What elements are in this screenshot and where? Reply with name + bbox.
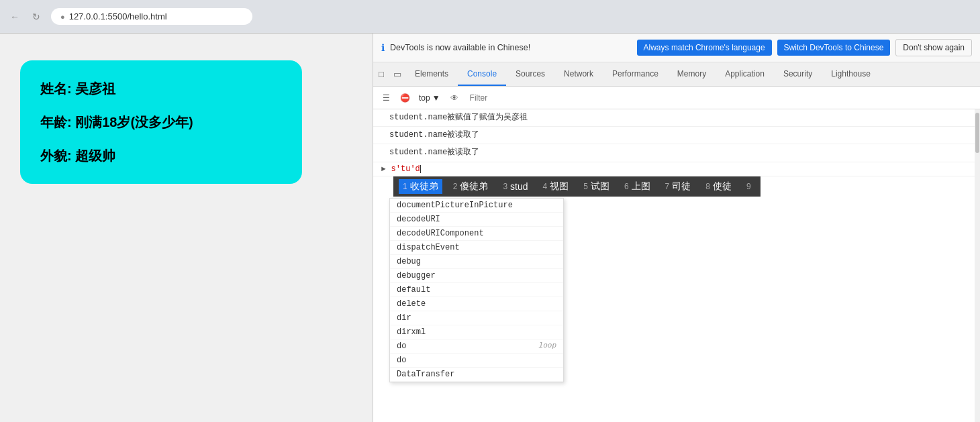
console-line-1: student.name被赋值了赋值为吴彦祖 (373, 109, 980, 127)
console-input-area[interactable]: ► s'tu'd 1 收徒弟 2 傻徒弟 3 s (373, 162, 980, 176)
tab-sources[interactable]: Sources (506, 62, 554, 86)
autocomplete-dropdown: documentPictureInPicture decodeURI decod… (389, 198, 564, 382)
scrollbar-thumb[interactable] (975, 113, 979, 153)
text-cursor (420, 165, 421, 173)
ac-item-default[interactable]: default (390, 283, 563, 297)
ac-item-delete[interactable]: delete (390, 297, 563, 311)
info-icon: ℹ (381, 42, 385, 53)
filter-input[interactable] (466, 92, 975, 104)
ac-item-documentPicture[interactable]: documentPictureInPicture (390, 199, 563, 213)
input-text: s'tu'd (391, 164, 420, 174)
device-toggle-icon[interactable]: ▭ (389, 62, 405, 86)
age-label: 年龄: 刚满18岁(没多少年) (40, 113, 282, 131)
ime-item-4[interactable]: 4 视图 (539, 179, 573, 194)
dont-show-again-button[interactable]: Don't show again (895, 39, 972, 56)
main-content: 姓名: 吴彦祖 年龄: 刚满18岁(没多少年) 外貌: 超级帅 ℹ DevToo… (0, 34, 980, 422)
ac-item-dir[interactable]: dir (390, 311, 563, 325)
ime-item-6[interactable]: 6 上图 (620, 179, 654, 194)
sidebar-toggle-icon[interactable]: ☰ (379, 91, 393, 105)
ac-item-debugger[interactable]: debugger (390, 269, 563, 283)
context-value: top (419, 93, 430, 103)
tab-application[interactable]: Application (716, 62, 774, 86)
switch-devtools-button[interactable]: Switch DevTools to Chinese (777, 40, 891, 56)
console-line-3: student.name被读取了 (373, 144, 980, 162)
url-text: 127.0.0.1:5500/hello.html (69, 11, 167, 21)
input-chevron: ► (381, 165, 386, 173)
ac-item-do-loop[interactable]: do loop (390, 339, 563, 354)
always-match-button[interactable]: Always match Chrome's language (637, 40, 772, 56)
ime-item-5[interactable]: 5 试图 (579, 179, 614, 194)
browser-bar: ← ↻ ● 127.0.0.1:5500/hello.html (0, 0, 980, 34)
address-bar[interactable]: ● 127.0.0.1:5500/hello.html (51, 8, 252, 25)
ac-item-decodeURIComponent[interactable]: decodeURIComponent (390, 227, 563, 241)
ac-item-dirxml[interactable]: dirxml (390, 325, 563, 339)
name-label: 姓名: 吴彦祖 (40, 79, 282, 98)
tab-performance[interactable]: Performance (603, 62, 668, 86)
ime-item-7[interactable]: 7 司徒 (661, 179, 695, 194)
tab-security[interactable]: Security (774, 62, 822, 86)
ime-item-8[interactable]: 8 使徒 (701, 179, 736, 194)
ime-item-3[interactable]: 3 stud (499, 180, 532, 193)
tab-elements[interactable]: Elements (405, 62, 458, 86)
ac-item-decodeURI[interactable]: decodeURI (390, 213, 563, 227)
ac-item-dispatchEvent[interactable]: dispatchEvent (390, 241, 563, 255)
reload-button[interactable]: ↻ (30, 10, 43, 23)
context-selector[interactable]: top ▼ (416, 92, 443, 104)
ime-suggestion-bar: 1 收徒弟 2 傻徒弟 3 stud 4 视图 (393, 176, 761, 197)
devtools-tabs: □ ▭ Elements Console Sources Network Per… (373, 62, 980, 87)
info-card: 姓名: 吴彦祖 年龄: 刚满18岁(没多少年) 外貌: 超级帅 (20, 60, 302, 184)
page-area: 姓名: 吴彦祖 年龄: 刚满18岁(没多少年) 外貌: 超级帅 (0, 34, 373, 422)
clear-console-icon[interactable]: ⛔ (397, 91, 412, 105)
tab-memory[interactable]: Memory (668, 62, 716, 86)
tab-lighthouse[interactable]: Lighthouse (822, 62, 880, 86)
console-toolbar: ☰ ⛔ top ▼ 👁 (373, 87, 980, 109)
scrollbar-track[interactable] (975, 109, 980, 422)
inspect-mode-icon[interactable]: □ (373, 62, 389, 86)
notification-bar: ℹ DevTools is now available in Chinese! … (373, 34, 980, 62)
looks-label: 外貌: 超级帅 (40, 146, 282, 165)
console-output: student.name被赋值了赋值为吴彦祖 student.name被读取了 … (373, 109, 980, 422)
notification-text: DevTools is now available in Chinese! (390, 43, 632, 52)
eye-icon[interactable]: 👁 (447, 91, 462, 105)
back-button[interactable]: ← (8, 10, 21, 23)
ime-item-9[interactable]: 9 (742, 180, 755, 193)
input-line[interactable]: ► s'tu'd (373, 162, 980, 176)
console-line-2: student.name被读取了 (373, 127, 980, 144)
ac-item-do[interactable]: do (390, 354, 563, 368)
lock-icon: ● (60, 13, 65, 21)
dropdown-arrow-icon: ▼ (432, 93, 440, 103)
ime-item-1[interactable]: 1 收徒弟 (399, 179, 442, 194)
devtools-panel: ℹ DevTools is now available in Chinese! … (373, 34, 980, 422)
ac-item-DataTransfer[interactable]: DataTransfer (390, 368, 563, 382)
ime-item-2[interactable]: 2 傻徒弟 (449, 179, 493, 194)
tab-network[interactable]: Network (554, 62, 603, 86)
ac-item-debug[interactable]: debug (390, 255, 563, 269)
tab-console[interactable]: Console (458, 62, 506, 86)
